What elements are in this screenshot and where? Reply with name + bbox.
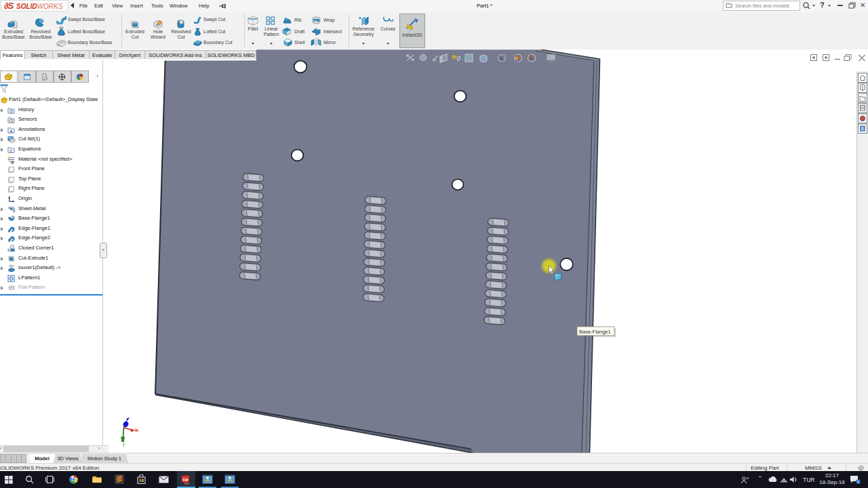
svg-text:2017: 2017 xyxy=(184,483,190,485)
svg-text:SW: SW xyxy=(182,478,189,482)
svg-text:nd: nd xyxy=(314,19,317,22)
svg-text:Base-Flange1: Base-Flange1 xyxy=(579,329,611,335)
svg-text:A: A xyxy=(9,129,13,133)
svg-text:Σ: Σ xyxy=(10,149,13,153)
